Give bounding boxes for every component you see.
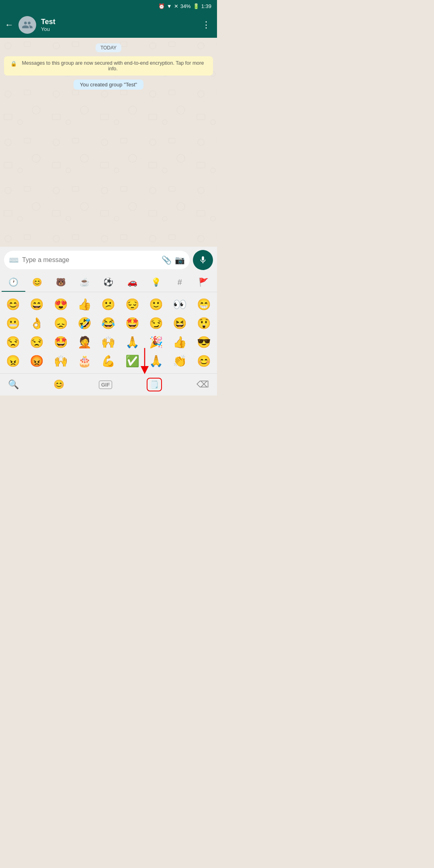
delete-button[interactable]: ⌫ bbox=[197, 379, 209, 390]
list-item[interactable]: 🙌 bbox=[97, 333, 120, 351]
emoji-keyboard: 🕐 😊 🐻 ☕ ⚽ 🚗 💡 # 🚩 😊 😄 😍 👍 😕 😔 🙂 👀 😁 😬 👌 … bbox=[0, 273, 217, 395]
list-item[interactable]: 👀 bbox=[168, 295, 191, 313]
wifi-icon: ▼ bbox=[167, 3, 172, 9]
list-item[interactable]: 🙏 bbox=[121, 333, 144, 351]
message-input[interactable] bbox=[22, 256, 158, 264]
tab-recent[interactable]: 🕐 bbox=[2, 273, 25, 292]
tab-travel[interactable]: 🚗 bbox=[121, 273, 144, 292]
list-item[interactable]: 🤩 bbox=[49, 333, 72, 351]
list-item[interactable]: 😍 bbox=[49, 295, 72, 313]
keyboard-toggle-icon[interactable]: ⌨️ bbox=[9, 255, 19, 265]
battery-text: 34% bbox=[180, 3, 191, 9]
tab-objects[interactable]: 💡 bbox=[144, 273, 168, 292]
emoji-bottom-bar: 🔍 😊 GIF 🗒️ ⌫ bbox=[0, 373, 217, 395]
system-message-text: Messages to this group are now secured w… bbox=[19, 60, 207, 72]
list-item[interactable]: 😠 bbox=[2, 352, 25, 370]
list-item[interactable]: 👍 bbox=[73, 295, 96, 313]
group-icon bbox=[22, 19, 33, 31]
list-item[interactable]: 😞 bbox=[49, 314, 72, 332]
list-item[interactable]: 😂 bbox=[97, 314, 120, 332]
list-item[interactable]: 😁 bbox=[192, 295, 215, 313]
group-created-badge: You created group "Test" bbox=[74, 80, 143, 90]
emoji-tabs: 🕐 😊 🐻 ☕ ⚽ 🚗 💡 # 🚩 bbox=[0, 273, 217, 292]
emoji-grid: 😊 😄 😍 👍 😕 😔 🙂 👀 😁 😬 👌 😞 🤣 😂 🤩 😏 😆 😲 😒 😒 … bbox=[0, 292, 217, 373]
tab-symbols[interactable]: # bbox=[168, 274, 192, 292]
list-item[interactable]: 😎 bbox=[192, 333, 215, 351]
list-item[interactable]: 😊 bbox=[2, 295, 25, 313]
list-item[interactable]: ✅ bbox=[121, 352, 144, 370]
sticker-button[interactable]: 🗒️ bbox=[147, 378, 162, 391]
search-button[interactable]: 🔍 bbox=[8, 379, 19, 390]
list-item[interactable]: 🎂 bbox=[73, 352, 96, 370]
list-item[interactable]: 🤣 bbox=[73, 314, 96, 332]
sticker-icon: 🗒️ bbox=[150, 380, 159, 389]
list-item[interactable]: 👏 bbox=[168, 352, 191, 370]
list-item[interactable]: 😡 bbox=[25, 352, 48, 370]
list-item[interactable]: 🙌 bbox=[49, 352, 72, 370]
emoji-face-button[interactable]: 😊 bbox=[53, 379, 64, 390]
tab-animal[interactable]: 🐻 bbox=[49, 273, 73, 292]
list-item[interactable]: 💪 bbox=[97, 352, 120, 370]
list-item[interactable]: 😒 bbox=[2, 333, 25, 351]
tab-activity[interactable]: ⚽ bbox=[96, 273, 120, 292]
list-item[interactable]: 🙂 bbox=[145, 295, 168, 313]
system-message[interactable]: 🔒 Messages to this group are now secured… bbox=[4, 56, 213, 76]
battery-icon: 🔋 bbox=[193, 3, 199, 9]
mic-button[interactable] bbox=[193, 250, 213, 270]
input-area: ⌨️ 📎 📷 bbox=[0, 247, 217, 273]
more-options-button[interactable]: ⋮ bbox=[200, 18, 212, 32]
status-icons: ⏰ ▼ ✕ 34% 🔋 1:39 bbox=[158, 3, 211, 9]
list-item[interactable]: 😕 bbox=[97, 295, 120, 313]
alarm-icon: ⏰ bbox=[158, 3, 165, 9]
attachment-icon[interactable]: 📎 bbox=[162, 255, 172, 265]
contact-info[interactable]: Test You bbox=[41, 18, 195, 33]
tab-food[interactable]: ☕ bbox=[73, 273, 96, 292]
list-item[interactable]: 😲 bbox=[192, 314, 215, 332]
list-item[interactable]: 👍 bbox=[168, 333, 191, 351]
status-bar: ⏰ ▼ ✕ 34% 🔋 1:39 bbox=[0, 0, 217, 12]
mic-icon bbox=[199, 256, 207, 264]
tab-flags[interactable]: 🚩 bbox=[192, 273, 215, 292]
list-item[interactable]: 😏 bbox=[145, 314, 168, 332]
avatar[interactable] bbox=[18, 16, 36, 34]
list-item[interactable]: 🙏 bbox=[145, 352, 168, 370]
date-badge: TODAY bbox=[96, 43, 121, 52]
camera-icon[interactable]: 📷 bbox=[175, 255, 185, 265]
lock-icon: 🔒 bbox=[10, 61, 17, 67]
list-item[interactable]: 🎉 bbox=[145, 333, 168, 351]
time: 1:39 bbox=[201, 3, 211, 9]
list-item[interactable]: 👌 bbox=[25, 314, 48, 332]
chat-area: TODAY 🔒 Messages to this group are now s… bbox=[0, 38, 217, 247]
gif-button[interactable]: GIF bbox=[99, 381, 113, 389]
contact-subtitle: You bbox=[41, 26, 195, 32]
input-wrapper: ⌨️ 📎 📷 bbox=[4, 251, 190, 269]
back-button[interactable]: ← bbox=[5, 20, 14, 30]
list-item[interactable]: 😆 bbox=[168, 314, 191, 332]
tab-face[interactable]: 😊 bbox=[25, 273, 49, 292]
contact-name: Test bbox=[41, 18, 195, 27]
list-item[interactable]: 😊 bbox=[192, 352, 215, 370]
list-item[interactable]: 😔 bbox=[121, 295, 144, 313]
list-item[interactable]: 😬 bbox=[2, 314, 25, 332]
list-item[interactable]: 🤩 bbox=[121, 314, 144, 332]
signal-icon: ✕ bbox=[174, 3, 178, 9]
chat-header: ← Test You ⋮ bbox=[0, 12, 217, 38]
list-item[interactable]: 🤦 bbox=[73, 333, 96, 351]
list-item[interactable]: 😒 bbox=[25, 333, 48, 351]
list-item[interactable]: 😄 bbox=[25, 295, 48, 313]
